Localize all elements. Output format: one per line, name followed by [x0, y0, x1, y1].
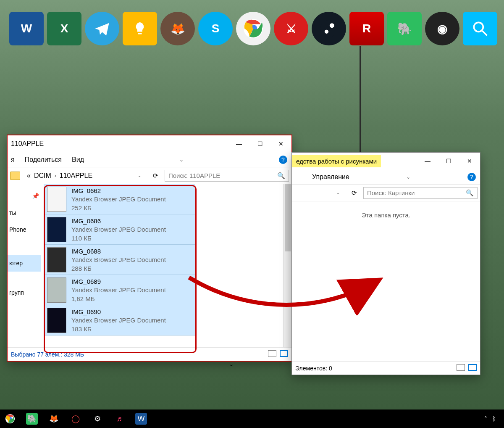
file-name: IMG_0689 [71, 277, 192, 286]
scrollbar-thumb[interactable] [285, 184, 291, 251]
context-tab-pictures[interactable]: едства работы с рисунками [292, 155, 381, 167]
window-body[interactable]: Эта папка пуста. [292, 201, 480, 361]
file-name: IMG_0662 [71, 187, 192, 195]
taskbar-settings-icon[interactable]: ⚙ [92, 413, 103, 425]
refresh-button[interactable]: ⟳ [150, 172, 160, 180]
ribbon-tab-manage[interactable]: Управление [312, 173, 349, 181]
chrome-icon[interactable] [236, 12, 270, 45]
sidebar-item[interactable]: ютер [8, 255, 41, 272]
breadcrumb-segment[interactable]: DCIM [34, 172, 51, 180]
file-item[interactable]: IMG_0688 Yandex Browser JPEG Document 28… [44, 245, 195, 275]
file-name: IMG_0686 [71, 217, 192, 225]
file-size: 110 КБ [71, 234, 192, 243]
system-tray[interactable]: ˄ ᛒ [484, 415, 504, 422]
file-item[interactable]: IMG_0690 Yandex Browser JPEG Document 18… [44, 305, 195, 336]
empty-folder-label: Эта папка пуста. [362, 211, 410, 219]
taskbar[interactable]: 🐘 🦊 ◯ ⚙ ♬ W ˄ ᛒ [0, 410, 504, 428]
breadcrumb[interactable]: ⌄ [294, 189, 345, 197]
thumbnail-view-icon[interactable] [280, 350, 288, 357]
view-mode-switch[interactable] [266, 350, 288, 358]
svg-point-2 [320, 20, 337, 37]
help-icon[interactable]: ? [467, 173, 476, 181]
explorer-window-source[interactable]: 110APPLE ― ☐ ✕ я Поделиться Вид ⌄ ? « DC… [7, 135, 292, 362]
delphi-icon[interactable]: ⚔ [274, 12, 308, 45]
minimize-button[interactable]: ― [228, 135, 249, 152]
thumbnail-view-icon[interactable] [468, 364, 477, 371]
top-dock: W X 🦊 S ⚔ R 🐘 ◉ [0, 12, 504, 45]
address-dropdown-icon[interactable]: ⌄ [334, 190, 342, 195]
maximize-button[interactable]: ☐ [249, 135, 270, 152]
help-icon[interactable]: ? [279, 156, 287, 164]
close-button[interactable]: ✕ [270, 135, 291, 152]
breadcrumb[interactable]: « DCIM › 110APPLE ⌄ [24, 170, 146, 181]
file-type: Yandex Browser JPEG Document [71, 316, 192, 325]
taskbar-word-icon[interactable]: W [135, 413, 147, 425]
window-titlebar[interactable]: едства работы с рисунками ― ☐ ✕ [292, 153, 480, 169]
file-list[interactable]: IMG_0662 Yandex Browser JPEG Document 25… [44, 184, 195, 347]
ribbon-expand-icon[interactable]: ⌄ [179, 157, 184, 163]
file-type: Yandex Browser JPEG Document [71, 256, 192, 264]
telegram-icon[interactable] [85, 12, 119, 45]
scrollbar[interactable] [283, 184, 291, 347]
file-thumbnail [47, 308, 66, 333]
file-type: Yandex Browser JPEG Document [71, 286, 192, 294]
file-type: Yandex Browser JPEG Document [71, 225, 192, 234]
excel-icon[interactable]: X [47, 12, 81, 45]
taskbar-chrome-icon[interactable] [4, 413, 16, 425]
obs-icon[interactable]: ◉ [425, 12, 459, 45]
skype-icon[interactable]: S [198, 12, 233, 45]
taskbar-opera-icon[interactable]: ◯ [70, 413, 81, 425]
tray-chevron-up-icon[interactable]: ˄ [484, 415, 487, 422]
file-size: 288 КБ [71, 264, 192, 273]
svg-point-4 [325, 30, 328, 34]
file-item[interactable]: IMG_0689 Yandex Browser JPEG Document 1,… [44, 275, 195, 305]
search-input[interactable]: Поиск: Картинки 🔍 [363, 187, 478, 199]
ribbon-tab-view[interactable]: Вид [72, 156, 84, 164]
file-thumbnail [47, 187, 66, 212]
file-size: 1,62 МБ [71, 295, 192, 303]
taskbar-itunes-icon[interactable]: ♬ [113, 413, 125, 425]
sidebar-item[interactable]: групп [8, 284, 41, 301]
view-mode-switch[interactable] [455, 364, 477, 372]
gimp-icon[interactable]: 🦊 [160, 12, 195, 45]
file-thumbnail [47, 217, 66, 242]
taskbar-evernote-icon[interactable]: 🐘 [26, 413, 38, 425]
refresh-button[interactable]: ⟳ [349, 189, 359, 197]
ribbon-tab-share[interactable]: Поделиться [25, 156, 62, 164]
sidebar-item[interactable]: ты [8, 204, 41, 221]
folder-icon[interactable] [10, 172, 20, 180]
keep-icon[interactable] [123, 12, 157, 45]
chevron-down-icon[interactable]: ⌄ [229, 361, 234, 367]
minimize-button[interactable]: ― [417, 153, 438, 169]
word-icon[interactable]: W [9, 12, 44, 45]
address-bar-row: ⌄ ⟳ Поиск: Картинки 🔍 [292, 185, 480, 201]
search-icon: 🔍 [277, 172, 285, 180]
details-view-icon[interactable] [457, 364, 465, 371]
search-input[interactable]: Поиск: 110APPLE 🔍 [165, 170, 289, 182]
ribbon-tab-home[interactable]: я [11, 156, 15, 164]
address-bar-row: « DCIM › 110APPLE ⌄ ⟳ Поиск: 110APPLE 🔍 [8, 167, 291, 184]
taskbar-gimp-icon[interactable]: 🦊 [48, 413, 60, 425]
ribbon-expand-icon[interactable]: ⌄ [406, 174, 410, 180]
explorer-window-target[interactable]: едства работы с рисунками ― ☐ ✕ Управлен… [291, 152, 480, 375]
breadcrumb-segment[interactable]: 110APPLE [60, 172, 92, 180]
file-name: IMG_0690 [71, 308, 192, 316]
maximize-button[interactable]: ☐ [438, 153, 459, 169]
details-view-icon[interactable] [268, 350, 276, 357]
address-dropdown-icon[interactable]: ⌄ [135, 173, 144, 178]
close-button[interactable]: ✕ [459, 153, 480, 169]
file-item[interactable]: IMG_0686 Yandex Browser JPEG Document 11… [44, 214, 195, 245]
magnify-app-icon[interactable] [463, 12, 497, 45]
evernote-icon[interactable]: 🐘 [387, 12, 422, 45]
tray-bluetooth-icon[interactable]: ᛒ [492, 415, 496, 422]
file-size: 183 КБ [71, 325, 192, 333]
window-body: 📌 ты Phone ютер групп IMG_0662 Yandex Br… [8, 184, 291, 347]
file-type: Yandex Browser JPEG Document [71, 195, 192, 203]
rocketdock-icon[interactable]: R [349, 12, 384, 45]
window-titlebar[interactable]: 110APPLE ― ☐ ✕ [8, 135, 291, 152]
sidebar-item[interactable]: Phone [8, 221, 41, 238]
steam-icon[interactable] [312, 12, 346, 45]
file-item[interactable]: IMG_0662 Yandex Browser JPEG Document 25… [44, 184, 195, 214]
file-size: 252 КБ [71, 204, 192, 212]
nav-sidebar[interactable]: 📌 ты Phone ютер групп [8, 184, 41, 347]
